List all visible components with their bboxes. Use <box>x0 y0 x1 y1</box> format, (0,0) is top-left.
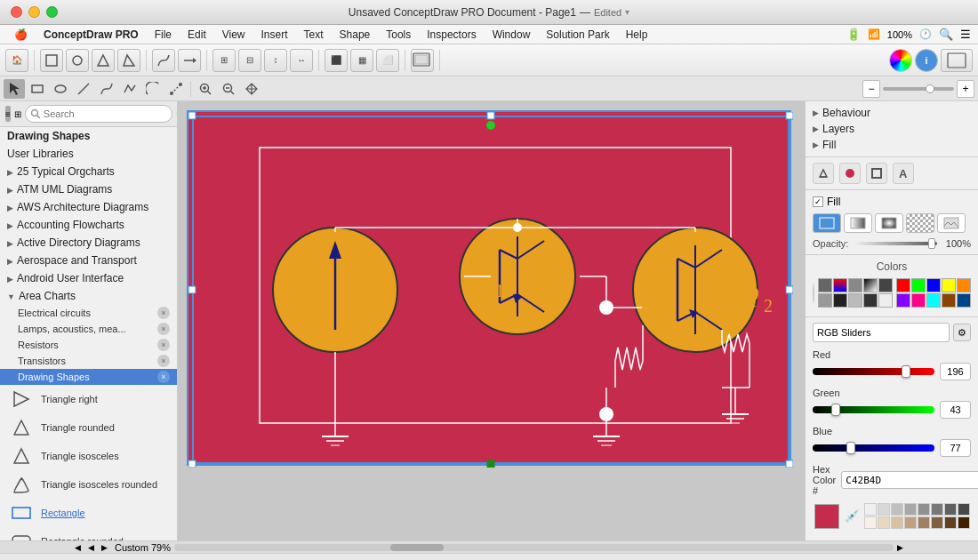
toolbar-group-3[interactable]: ↕ <box>264 49 287 72</box>
color-swatch-3[interactable] <box>863 293 878 308</box>
menu-insert[interactable]: Insert <box>254 27 295 43</box>
sidebar-sub-transistors[interactable]: Transistors × <box>0 353 177 369</box>
tool-select[interactable] <box>4 79 25 99</box>
tool-polyline[interactable] <box>119 79 140 99</box>
toolbar-color-theme[interactable] <box>889 49 912 72</box>
color-swatch-light[interactable] <box>818 293 832 308</box>
rgb-green-track[interactable] <box>813 406 934 413</box>
toolbar-align-1[interactable]: ⬛ <box>325 49 348 72</box>
sidebar-item-area-charts[interactable]: ▼Area Charts <box>0 287 177 305</box>
rp-fill[interactable]: ▶ Fill <box>813 137 971 153</box>
color-swatch-orange[interactable] <box>957 278 971 292</box>
page-prev-btn[interactable]: ◀ <box>84 543 98 552</box>
fill-type-image[interactable] <box>937 213 966 233</box>
sidebar-sub-close-transistors[interactable]: × <box>157 355 170 367</box>
sidebar-item-user-libraries[interactable]: User Libraries <box>0 145 177 163</box>
toolbar-group-2[interactable]: ⊟ <box>238 49 261 72</box>
toolbar-group-4[interactable]: ↔ <box>290 49 313 72</box>
toolbar-page-view[interactable] <box>941 49 973 72</box>
menu-file[interactable]: File <box>148 27 179 43</box>
menu-shape[interactable]: Shape <box>333 27 378 43</box>
canvas-area[interactable]: i 1 Q 1 <box>178 101 805 540</box>
zoom-plus-btn[interactable]: + <box>957 80 974 98</box>
sidebar-item-aws[interactable]: ▶AWS Architecture Diagrams <box>0 198 177 216</box>
menu-tools[interactable]: Tools <box>379 27 418 43</box>
sidebar-sub-close-drawing[interactable]: × <box>157 371 170 383</box>
toolbar-pages[interactable] <box>411 49 434 72</box>
drawing-canvas[interactable]: i 1 Q 1 <box>187 110 791 466</box>
page-next-btn[interactable]: ▶ <box>98 543 111 552</box>
fill-enabled-checkbox[interactable]: ✓ <box>813 196 823 207</box>
color-swatch-gradient[interactable] <box>833 278 847 292</box>
shape-item-triangle-rounded[interactable]: Triangle rounded <box>0 413 177 442</box>
rgb-blue-track[interactable] <box>813 444 934 452</box>
sidebar-sub-close-lamps[interactable]: × <box>157 323 170 335</box>
shade-swatch-11[interactable] <box>891 516 903 529</box>
shade-swatch-1[interactable] <box>864 503 877 516</box>
color-swatch-yellow[interactable] <box>942 278 956 292</box>
hex-input[interactable]: C42B4D <box>841 471 978 489</box>
shade-swatch-2[interactable] <box>878 503 890 516</box>
fill-type-linear[interactable] <box>844 213 872 233</box>
shade-swatch-10[interactable] <box>878 516 890 529</box>
toolbar-group-1[interactable]: ⊞ <box>212 49 236 72</box>
search-input[interactable] <box>25 105 172 123</box>
color-swatch-gray[interactable] <box>818 278 832 292</box>
menu-text[interactable]: Text <box>297 27 331 43</box>
sidebar-item-drawing-shapes[interactable]: Drawing Shapes <box>0 127 177 145</box>
shade-swatch-8[interactable] <box>958 503 970 516</box>
eyedropper-tool[interactable]: 💉 <box>843 508 861 525</box>
toolbar-align-3[interactable]: ⬜ <box>376 49 399 72</box>
zoom-minus-btn[interactable]: − <box>862 80 880 98</box>
horizontal-scrollbar[interactable]: ◀ ◀ ▶ Custom 79% ▶ <box>0 540 978 553</box>
scroll-track[interactable] <box>174 544 894 551</box>
color-swatch-cyan[interactable] <box>926 293 941 308</box>
color-swatch-purple[interactable] <box>896 293 910 308</box>
fill-type-solid[interactable] <box>813 213 841 233</box>
scroll-thumb[interactable] <box>390 544 444 551</box>
rgb-red-track[interactable] <box>813 368 934 375</box>
sidebar-item-aerospace[interactable]: ▶Aerospace and Transport <box>0 252 177 269</box>
tool-ellipse[interactable] <box>50 79 71 99</box>
shade-swatch-5[interactable] <box>918 503 930 516</box>
fill-text-icon[interactable]: A <box>893 163 914 184</box>
toolbar-shapes-3[interactable] <box>92 49 115 72</box>
toolbar-home[interactable]: 🏠 <box>5 49 28 72</box>
sidebar-sub-close-electrical[interactable]: × <box>157 307 170 319</box>
menu-view[interactable]: View <box>215 27 253 43</box>
opacity-slider[interactable] <box>854 242 937 245</box>
rp-layers[interactable]: ▶ Layers <box>813 121 971 137</box>
toolbar-connector[interactable] <box>152 49 175 72</box>
sidebar-item-accounting[interactable]: ▶Accounting Flowcharts <box>0 216 177 234</box>
shape-item-triangle-isosceles[interactable]: Triangle isosceles <box>0 442 177 470</box>
tool-arc[interactable] <box>142 79 164 99</box>
sidebar-view-grid[interactable]: ⊞ <box>14 106 21 122</box>
tool-rect[interactable] <box>27 79 48 99</box>
sidebar-item-active-directory[interactable]: ▶Active Directory Diagrams <box>0 234 177 252</box>
sidebar-sub-close-resistors[interactable]: × <box>157 339 170 351</box>
rgb-blue-value[interactable]: 77 <box>940 439 971 457</box>
shade-swatch-3[interactable] <box>891 503 903 516</box>
color-swatch-e[interactable] <box>878 293 893 308</box>
shade-swatch-6[interactable] <box>931 503 943 516</box>
color-swatch-mid[interactable] <box>848 278 862 292</box>
shape-item-rectangle[interactable]: Rectangle <box>0 499 177 527</box>
menu-inspectors[interactable]: Inspectors <box>420 27 483 43</box>
fill-type-radial[interactable] <box>875 213 903 233</box>
maximize-button[interactable] <box>46 6 58 18</box>
toolbar-arrow[interactable] <box>178 49 201 72</box>
tool-connector[interactable] <box>165 79 187 99</box>
color-swatch-teal[interactable] <box>957 293 971 308</box>
shade-swatch-9[interactable] <box>864 516 877 529</box>
tool-zoom-out[interactable] <box>218 79 239 99</box>
sidebar-view-list[interactable]: ≡ <box>5 106 11 122</box>
toolbar-shapes-4[interactable] <box>117 49 140 72</box>
shape-item-triangle-right[interactable]: Triangle right <box>0 385 177 413</box>
sidebar-item-atm-uml[interactable]: ▶ATM UML Diagrams <box>0 180 177 198</box>
color-swatch-darker[interactable] <box>833 293 847 308</box>
fill-color-icon[interactable] <box>839 163 861 184</box>
shade-swatch-16[interactable] <box>958 516 970 529</box>
scroll-right-btn[interactable]: ▶ <box>894 543 907 552</box>
fill-paint-icon[interactable] <box>813 163 834 184</box>
menu-search-icon[interactable]: 🔍 <box>939 28 953 41</box>
